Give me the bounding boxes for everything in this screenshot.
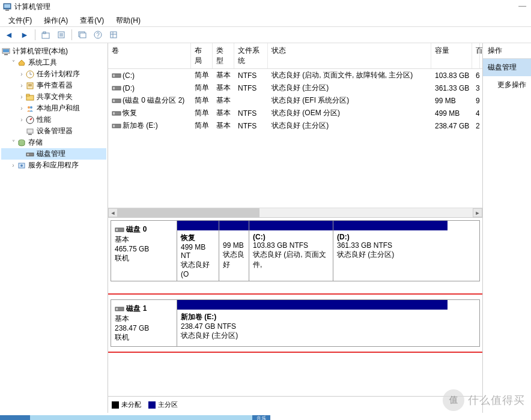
header-last[interactable]: 百 — [472, 43, 480, 68]
disk-row[interactable]: 磁盘 1 基本 238.47 GB 联机 新加卷 (E:) 238.47 GB … — [111, 299, 480, 347]
volume-icon — [112, 110, 121, 117]
partition[interactable]: (C:) 103.83 GB NTFS 状态良好 (启动, 页面文件, — [249, 221, 333, 281]
expand-icon[interactable]: › — [18, 94, 25, 100]
menu-view[interactable]: 查看(V) — [74, 14, 110, 25]
header-layout[interactable]: 布局 — [191, 43, 213, 68]
header-fs[interactable]: 文件系统 — [234, 43, 268, 68]
svg-rect-41 — [113, 87, 115, 89]
cell-volume: (C:) — [123, 71, 135, 80]
cell-layout: 简单 — [191, 82, 213, 94]
tree-shared-folders[interactable]: › 共享文件夹 — [1, 91, 106, 103]
menu-file[interactable]: 文件(F) — [2, 14, 38, 25]
menu-action[interactable]: 操作(A) — [38, 14, 74, 25]
tree-task-scheduler[interactable]: › 任务计划程序 — [1, 68, 106, 80]
tree-device-manager[interactable]: 设备管理器 — [1, 125, 106, 137]
main-area: 计算机管理(本地) ˅ 系统工具 › 任务计划程序 › 事件查看器 › 共享文件… — [0, 43, 531, 413]
partition[interactable]: (D:) 361.33 GB NTFS 状态良好 (主分区) — [333, 221, 448, 281]
cell-status: 状态良好 (主分区) — [268, 120, 431, 131]
disk-label: 磁盘 0 基本 465.75 GB 联机 — [111, 221, 177, 281]
disk-name: 磁盘 1 — [126, 304, 147, 313]
scroll-thumb[interactable] — [118, 208, 259, 217]
list-header: 卷 布局 类型 文件系统 状态 容量 百 — [108, 43, 482, 69]
event-icon — [25, 81, 35, 91]
action-more[interactable]: 更多操作 — [483, 76, 531, 94]
horizontal-scrollbar[interactable]: ◄ ► — [108, 208, 482, 217]
cell-fs: NTFS — [234, 83, 268, 93]
refresh-icon[interactable] — [76, 28, 89, 41]
scroll-track[interactable] — [118, 208, 473, 217]
header-type[interactable]: 类型 — [213, 43, 234, 68]
tree-root[interactable]: 计算机管理(本地) — [1, 46, 106, 57]
partition-header-bar — [333, 221, 448, 230]
collapse-icon[interactable]: ˅ — [10, 59, 17, 66]
cell-status: 状态良好 (主分区) — [268, 82, 431, 94]
svg-rect-49 — [116, 229, 118, 231]
expand-icon[interactable]: › — [10, 162, 17, 169]
list-row[interactable]: 新加卷 (E:) 简单 基本 NTFS 状态良好 (主分区) 238.47 GB… — [108, 119, 482, 132]
tree-disk-management[interactable]: 磁盘管理 — [1, 148, 106, 160]
device-icon — [25, 127, 35, 136]
cell-type: 基本 — [213, 82, 234, 94]
header-volume[interactable]: 卷 — [108, 43, 191, 68]
partition-status: 状态良好 (主分区) — [181, 331, 238, 340]
cell-fs: NTFS — [234, 109, 268, 118]
back-icon[interactable]: ◄ — [2, 28, 16, 41]
partition-header-bar — [219, 221, 249, 230]
menu-help[interactable]: 帮助(H) — [110, 14, 147, 25]
tree-system-tools[interactable]: ˅ 系统工具 — [1, 57, 106, 68]
services-icon — [17, 161, 26, 170]
disk-drive-icon — [115, 305, 124, 313]
nav-tree: 计算机管理(本地) ˅ 系统工具 › 任务计划程序 › 事件查看器 › 共享文件… — [0, 43, 108, 413]
tree-event-viewer[interactable]: › 事件查看器 — [1, 80, 106, 91]
expand-icon[interactable]: › — [18, 116, 25, 123]
cell-layout: 简单 — [191, 95, 213, 106]
help-icon[interactable]: ? — [91, 28, 105, 41]
header-status[interactable]: 状态 — [268, 43, 431, 68]
partition-header-bar — [249, 221, 333, 230]
list-row[interactable]: (磁盘 0 磁盘分区 2) 简单 基本 状态良好 (EFI 系统分区) 99 M… — [108, 94, 482, 107]
partition[interactable]: 恢复 499 MB NT 状态良好 (O — [177, 221, 219, 281]
disk-partitions: 恢复 499 MB NT 状态良好 (O 99 MB 状态良好 (C:) 103… — [177, 221, 479, 281]
cell-status: 状态良好 (启动, 页面文件, 故障转储, 主分区) — [268, 70, 431, 81]
list-row[interactable]: (D:) 简单 基本 NTFS 状态良好 (主分区) 361.33 GB 3 — [108, 82, 482, 94]
scroll-left-icon[interactable]: ◄ — [108, 208, 118, 217]
cell-volume: 恢复 — [123, 109, 137, 117]
tree-storage[interactable]: ˅ 存储 — [1, 137, 106, 148]
cell-type: 基本 — [213, 70, 234, 81]
expand-icon[interactable]: › — [18, 82, 25, 89]
tree-performance[interactable]: › 性能 — [1, 114, 106, 125]
tree-services[interactable]: › 服务和应用程序 — [1, 160, 106, 171]
swatch-black — [112, 401, 119, 409]
tree-label: 存储 — [28, 137, 43, 148]
partition[interactable]: 99 MB 状态良好 — [219, 221, 249, 281]
header-capacity[interactable]: 容量 — [431, 43, 472, 68]
action-disk-mgmt[interactable]: 磁盘管理 — [483, 59, 531, 76]
watermark: 值 什么值得买 — [443, 389, 525, 411]
partition-detail: 238.47 GB NTFS — [181, 322, 236, 331]
up-icon[interactable] — [39, 28, 52, 41]
partition-title: (D:) — [337, 233, 350, 241]
svg-point-37 — [20, 164, 23, 167]
expand-icon[interactable]: › — [18, 71, 25, 77]
cell-status: 状态良好 (OEM 分区) — [268, 107, 431, 119]
expand-icon[interactable]: › — [18, 105, 25, 112]
view-icon[interactable] — [107, 28, 120, 41]
tree-local-users[interactable]: › 本地用户和组 — [1, 103, 106, 114]
cell-volume: (D:) — [123, 84, 135, 92]
tree-label: 设备管理器 — [37, 126, 73, 136]
close-icon[interactable]: ─ — [518, 0, 526, 13]
disk-icon — [25, 149, 35, 159]
svg-rect-2 — [5, 10, 9, 11]
disk-row[interactable]: 磁盘 0 基本 465.75 GB 联机 恢复 499 MB NT 状态良好 (… — [111, 220, 480, 281]
title-bar: 计算机管理 ─ — [0, 0, 531, 13]
volume-list: 卷 布局 类型 文件系统 状态 容量 百 (C:) 简单 基本 NTFS 状态良… — [108, 43, 482, 217]
forward-icon[interactable]: ► — [18, 28, 31, 41]
scroll-right-icon[interactable]: ► — [473, 208, 482, 217]
svg-rect-18 — [4, 54, 8, 55]
collapse-icon[interactable]: ˅ — [10, 139, 17, 146]
list-row[interactable]: (C:) 简单 基本 NTFS 状态良好 (启动, 页面文件, 故障转储, 主分… — [108, 69, 482, 82]
list-row[interactable]: 恢复 简单 基本 NTFS 状态良好 (OEM 分区) 499 MB 4 — [108, 107, 482, 119]
partition[interactable]: 新加卷 (E:) 238.47 GB NTFS 状态良好 (主分区) — [177, 300, 448, 346]
center-panel: 卷 布局 类型 文件系统 状态 容量 百 (C:) 简单 基本 NTFS 状态良… — [108, 43, 483, 413]
properties-icon[interactable] — [55, 28, 68, 41]
